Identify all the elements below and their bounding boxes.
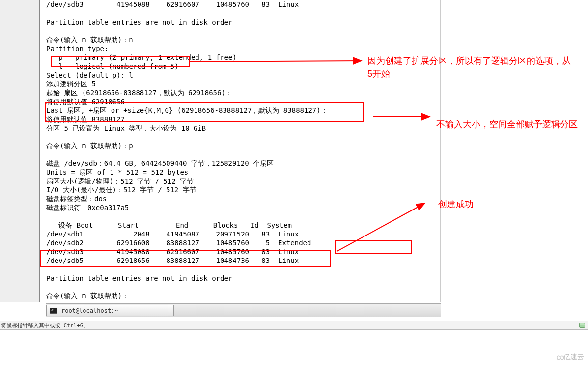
terminal-output: /dev/sdb3 41945088 62916607 10485760 83 … [40, 0, 440, 300]
terminal-icon [50, 308, 57, 314]
annotation-2: 不输入大小，空间全部赋予逻辑分区 [436, 118, 584, 131]
terminal-window[interactable]: /dev/sdb3 41945088 62916607 10485760 83 … [40, 0, 441, 302]
status-bar: 将鼠标指针移入其中或按 Ctrl+G。 [0, 321, 588, 330]
taskbar-item-label: root@localhost:~ [61, 307, 118, 314]
watermark-text: 亿速云 [563, 353, 584, 362]
annotation-1: 因为创建了扩展分区，所以有了逻辑分区的选项，从5开始 [367, 54, 574, 80]
taskbar: root@localhost:~ [46, 303, 441, 317]
taskbar-item-terminal[interactable]: root@localhost:~ [46, 305, 174, 316]
disk-icon[interactable] [579, 323, 585, 328]
status-text: 将鼠标指针移入其中或按 Ctrl+G。 [1, 321, 88, 330]
annotation-3: 创建成功 [438, 198, 536, 210]
left-gutter [0, 0, 40, 302]
watermark: ∞ 亿速云 [556, 350, 584, 364]
watermark-logo-icon: ∞ [556, 350, 561, 364]
